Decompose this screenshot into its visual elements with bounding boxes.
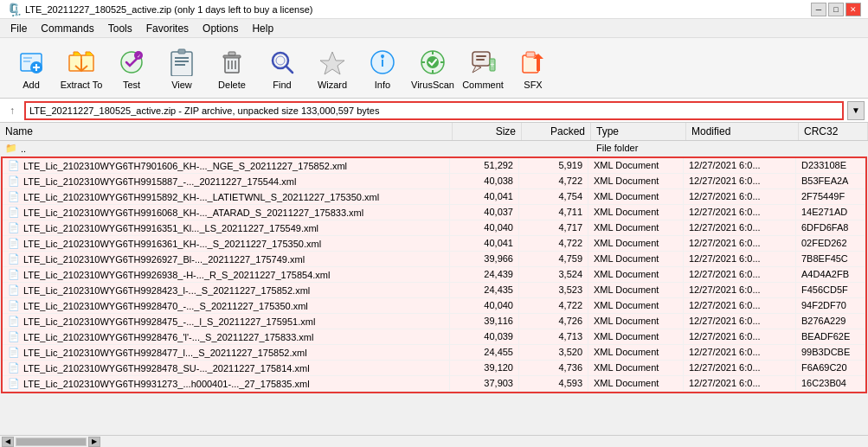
file-packed: 4,736 — [519, 361, 588, 375]
test-button[interactable]: ✓ Test — [107, 42, 156, 94]
table-row[interactable]: 📄LTE_Lic_2102310WYG6TH9931273_...h000401… — [3, 376, 865, 392]
table-row[interactable]: 📄LTE_Lic_2102310WYG6TH9928475_-..._l_S_2… — [3, 314, 865, 329]
file-name: 📄LTE_Lic_2102310WYG6TH9915892_KH-..._LAT… — [3, 189, 450, 204]
minimize-button[interactable]: ─ — [811, 3, 826, 16]
menu-file[interactable]: File — [3, 21, 34, 36]
horizontal-scrollbar[interactable]: ◀ ▶ — [0, 435, 868, 447]
nav-up-button[interactable]: ↑ — [3, 102, 21, 119]
col-type[interactable]: Type — [591, 123, 686, 140]
info-button[interactable]: i Info — [358, 42, 407, 94]
col-size[interactable]: Size — [453, 123, 522, 140]
file-crc32: 94F2DF70 — [796, 298, 865, 313]
xml-icon: 📄 — [8, 238, 20, 249]
file-packed: 4,717 — [519, 220, 588, 235]
add-button[interactable]: Add — [7, 42, 55, 94]
file-crc32: 14E271AD — [796, 205, 865, 220]
col-crc32[interactable]: CRC32 — [799, 123, 868, 140]
find-button[interactable]: Find — [258, 42, 306, 94]
menu-commands[interactable]: Commands — [34, 21, 100, 36]
table-row[interactable]: 📄LTE_Lic_2102310WYG6TH9926927_Bl-..._202… — [3, 252, 865, 267]
scroll-right-btn[interactable]: ▶ — [88, 437, 100, 447]
col-name[interactable]: Name — [0, 123, 453, 140]
menu-bar: File Commands Tools Favorites Options He… — [0, 19, 868, 38]
table-row[interactable]: 📄LTE_Lic_2102310WYG6TH9926938_-H-..._R_S… — [3, 267, 865, 283]
parent-modified — [686, 141, 799, 156]
table-row[interactable]: 📄LTE_Lic_2102310WYG6TH9928423_l-..._S_20… — [3, 283, 865, 298]
svg-rect-13 — [175, 57, 189, 59]
table-row[interactable]: 📄LTE_Lic_2102310WYG6TH9916068_KH-..._ATA… — [3, 205, 865, 220]
file-name: 📄LTE_Lic_2102310WYG6TH9928423_l-..._S_20… — [3, 283, 450, 297]
maximize-button[interactable]: □ — [828, 3, 844, 16]
file-packed: 4,722 — [519, 298, 588, 313]
scroll-left-btn[interactable]: ◀ — [2, 437, 14, 447]
scroll-track[interactable] — [16, 437, 87, 446]
file-modified: 12/27/2021 6:0... — [684, 220, 796, 235]
parent-dir-row[interactable]: 📁 .. File folder — [0, 141, 868, 156]
table-row[interactable]: 📄LTE_Lic_2102310WYG6TH9928477_l..._S_202… — [3, 345, 865, 361]
delete-button[interactable]: Delete — [208, 42, 256, 94]
sfx-button[interactable]: SFX — [509, 42, 557, 94]
scroll-thumb[interactable] — [16, 438, 86, 445]
table-row[interactable]: 📄LTE_Lic_2102310WYG6TH9928478_SU-..._202… — [3, 361, 865, 376]
file-modified: 12/27/2021 6:0... — [684, 174, 796, 188]
main-content: Name Size Packed Type Modified CRC32 📁 .… — [0, 123, 868, 447]
comment-label: Comment — [462, 80, 504, 90]
table-row[interactable]: 📄LTE_Lic_2102310WYG6TH7901606_KH-..._NGE… — [3, 158, 865, 174]
svg-rect-15 — [175, 64, 185, 66]
window-controls: ─ □ ✕ — [811, 3, 861, 16]
xml-icon: 📄 — [8, 176, 20, 187]
comment-button[interactable]: + Comment — [459, 42, 507, 94]
address-dropdown[interactable]: ▼ — [847, 101, 865, 120]
test-label: Test — [123, 80, 140, 90]
col-packed[interactable]: Packed — [522, 123, 591, 140]
virusscan-button[interactable]: VirusScan — [408, 42, 457, 94]
file-crc32: A4D4A2FB — [796, 267, 865, 282]
info-label: Info — [375, 80, 390, 90]
table-row[interactable]: 📄LTE_Lic_2102310WYG6TH9916351_Kl..._LS_2… — [3, 220, 865, 236]
file-modified: 12/27/2021 6:0... — [684, 376, 796, 391]
table-row[interactable]: 📄LTE_Lic_2102310WYG6TH9916361_KH-..._S_2… — [3, 236, 865, 252]
xml-icon: 📄 — [8, 222, 20, 233]
xml-icon: 📄 — [8, 347, 20, 358]
file-crc32: B53FEA2A — [796, 174, 865, 188]
title-bar: 🗜️ LTE_20211227_180525_active.zip (only … — [0, 0, 868, 19]
file-modified: 12/27/2021 6:0... — [684, 236, 796, 251]
view-button[interactable]: View — [158, 42, 206, 94]
col-modified[interactable]: Modified — [686, 123, 799, 140]
file-modified: 12/27/2021 6:0... — [684, 267, 796, 282]
address-input[interactable] — [24, 101, 844, 120]
svg-marker-26 — [320, 52, 344, 74]
table-row[interactable]: 📄LTE_Lic_2102310WYG6TH9928470_-..._S_202… — [3, 298, 865, 314]
svg-text:+: + — [490, 61, 494, 69]
svg-rect-16 — [178, 49, 185, 54]
xml-icon: 📄 — [8, 284, 20, 296]
close-button[interactable]: ✕ — [845, 3, 861, 16]
menu-favorites[interactable]: Favorites — [139, 21, 196, 36]
find-icon — [267, 47, 298, 78]
file-packed: 5,919 — [519, 158, 588, 173]
file-type: XML Document — [588, 329, 684, 344]
wizard-button[interactable]: Wizard — [308, 42, 357, 94]
menu-tools[interactable]: Tools — [101, 21, 139, 36]
file-crc32: 7B8EF45C — [796, 252, 865, 266]
file-name: 📄LTE_Lic_2102310WYG6TH9916361_KH-..._S_2… — [3, 236, 450, 251]
parent-packed — [522, 141, 591, 156]
file-list[interactable]: 📁 .. File folder 📄LTE_Lic_2102310WYG6TH7… — [0, 141, 868, 435]
address-bar: ↑ ▼ — [0, 99, 868, 123]
sfx-icon — [518, 47, 549, 78]
table-row[interactable]: 📄LTE_Lic_2102310WYG6TH9915892_KH-..._LAT… — [3, 189, 865, 205]
menu-options[interactable]: Options — [196, 21, 245, 36]
xml-icon: 📄 — [8, 300, 20, 311]
file-name: 📄LTE_Lic_2102310WYG6TH9928476_'l'-..._S_… — [3, 329, 450, 344]
table-row[interactable]: 📄LTE_Lic_2102310WYG6TH9928476_'l'-..._S_… — [3, 329, 865, 345]
menu-help[interactable]: Help — [245, 21, 280, 36]
sfx-label: SFX — [524, 80, 542, 90]
delete-icon — [216, 47, 248, 78]
test-icon: ✓ — [116, 47, 147, 78]
extract-button[interactable]: Extract To — [57, 42, 106, 94]
file-type: XML Document — [588, 158, 684, 173]
file-crc32: F456CD5F — [796, 283, 865, 297]
file-crc32: 99B3DCBE — [796, 345, 865, 360]
file-packed: 4,711 — [519, 205, 588, 220]
table-row[interactable]: 📄LTE_Lic_2102310WYG6TH9915887_-..._20211… — [3, 174, 865, 189]
